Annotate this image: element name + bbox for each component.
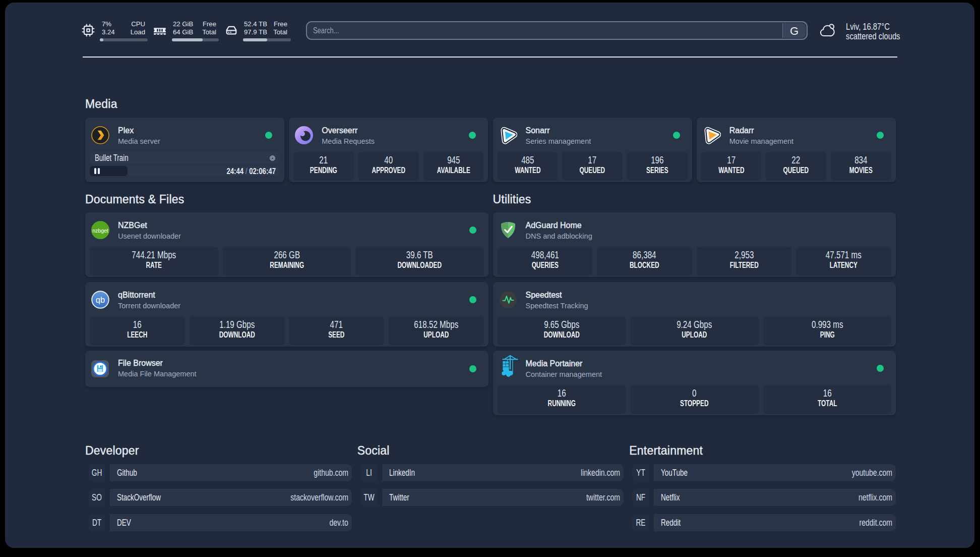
svg-text:qb: qb [96, 295, 105, 304]
svg-text:nzbget: nzbget [92, 228, 108, 234]
